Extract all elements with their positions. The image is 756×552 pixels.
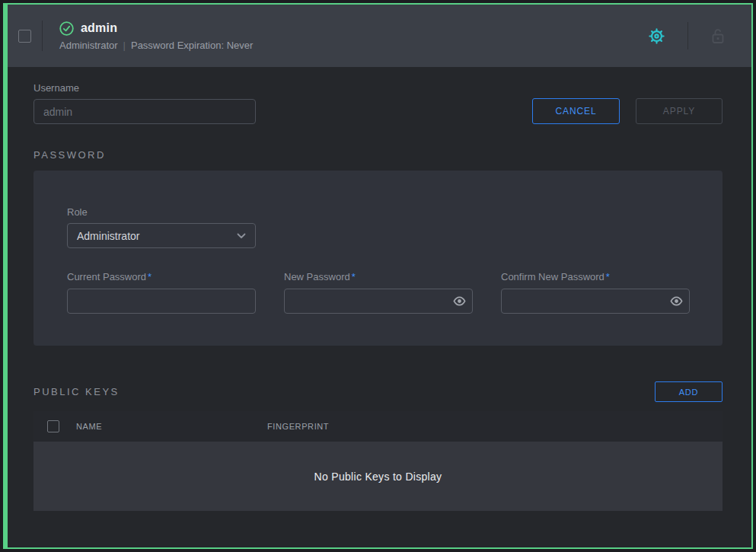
user-detail-panel: admin Administrator|Password Expiration:… (3, 3, 753, 549)
role-select-value: Administrator (77, 230, 139, 242)
required-marker: * (148, 271, 152, 282)
username-input[interactable] (33, 99, 256, 124)
user-header: admin Administrator|Password Expiration:… (8, 5, 751, 67)
role-select[interactable]: Administrator (67, 223, 256, 248)
password-card: Role Administrator Current Password* (33, 171, 723, 346)
password-expiration: Password Expiration: Never (131, 40, 253, 51)
password-fields-row: Current Password* New Password* (67, 270, 690, 314)
user-summary: admin Administrator|Password Expiration:… (59, 21, 253, 51)
confirm-password-label: Confirm New Password (501, 271, 604, 282)
header-divider (687, 22, 688, 49)
public-keys-heading: PUBLIC KEYS (33, 386, 120, 397)
public-keys-header: PUBLIC KEYS ADD (33, 381, 723, 402)
header-divider (42, 21, 43, 51)
status-check-circle-icon (59, 21, 74, 36)
select-user-checkbox[interactable] (18, 30, 31, 43)
current-password-input[interactable] (67, 289, 256, 314)
public-keys-table-header: NAME FINGERPRINT (33, 411, 723, 442)
select-all-keys-checkbox[interactable] (47, 420, 59, 432)
screen: admin Administrator|Password Expiration:… (0, 0, 756, 552)
apply-button[interactable]: APPLY (636, 98, 723, 124)
new-password-input[interactable] (284, 289, 473, 314)
column-header-fingerprint: FINGERPRINT (267, 422, 329, 431)
show-password-eye-icon[interactable] (670, 295, 683, 308)
required-marker: * (606, 271, 610, 282)
column-header-name: NAME (76, 422, 267, 431)
show-password-eye-icon[interactable] (453, 295, 466, 308)
user-edit-form: Username CANCEL APPLY PASSWORD Role Admi… (8, 82, 751, 511)
cancel-button[interactable]: CANCEL (532, 98, 620, 124)
chevron-down-icon (237, 233, 246, 239)
required-marker: * (352, 271, 356, 282)
username-label: Username (33, 82, 256, 94)
username-row: Username CANCEL APPLY (33, 82, 723, 124)
user-subtitle: Administrator|Password Expiration: Never (59, 40, 253, 51)
subtitle-separator: | (118, 40, 131, 51)
user-title: admin (81, 21, 117, 35)
empty-message: No Public Keys to Display (314, 471, 442, 483)
new-password-label: New Password (284, 271, 350, 282)
settings-gear-icon[interactable] (648, 27, 665, 45)
add-public-key-button[interactable]: ADD (655, 381, 723, 402)
lock-icon[interactable] (710, 27, 726, 44)
confirm-password-input[interactable] (501, 289, 690, 314)
role-label: Role (67, 206, 690, 218)
current-password-label: Current Password (67, 271, 146, 282)
password-section-heading: PASSWORD (33, 149, 723, 161)
public-keys-empty-row: No Public Keys to Display (33, 442, 723, 511)
public-keys-table: NAME FINGERPRINT No Public Keys to Displ… (33, 411, 723, 511)
user-role: Administrator (59, 40, 118, 51)
